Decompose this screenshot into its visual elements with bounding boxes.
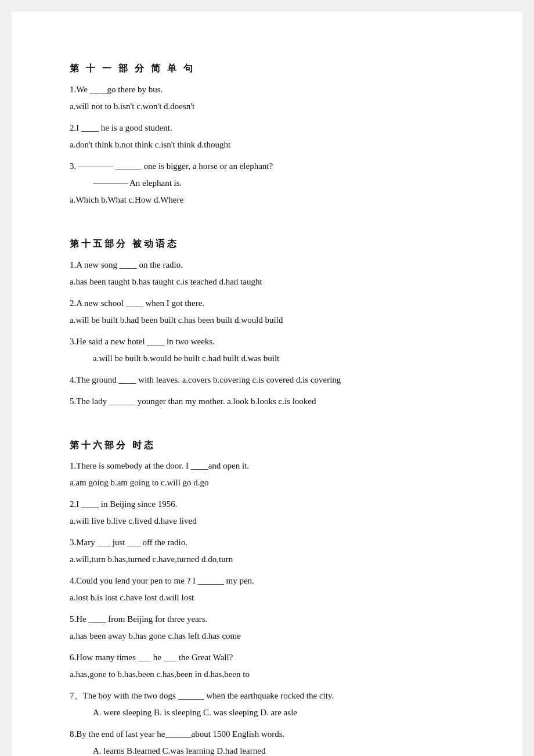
question-11-1: 1.We ____go there by bus. a.will not to … bbox=[70, 82, 464, 114]
question-16-5: 5.He ____ from Beijing for three years. … bbox=[70, 611, 464, 644]
q11-3-options: a.Which b.What c.How d.Where bbox=[70, 192, 464, 208]
section-11-title: 第 十 一 部 分 简 单 句 bbox=[70, 60, 464, 77]
q16-6-options: a.has,gone to b.has,been c.has,been in d… bbox=[70, 667, 464, 682]
q15-4-text: 4.The ground ____ with leaves. a.covers … bbox=[70, 372, 464, 388]
q16-7-text: 7、The boy with the two dogs ______ when … bbox=[70, 688, 464, 704]
q11-3-text: 3. ———— ______ one is bigger, a horse or… bbox=[70, 159, 464, 174]
q16-2-text: 2.I ____ in Beijing since 1956. bbox=[70, 496, 464, 512]
q16-7-options: A. were sleeping B. is sleeping C. was s… bbox=[93, 705, 464, 721]
section-16-title: 第十六部分 时态 bbox=[70, 437, 464, 454]
q15-2-options: a.will be built b.had been built c.has b… bbox=[70, 312, 464, 328]
q16-8-options: A. learns B.learned C.was learning D.had… bbox=[93, 743, 464, 756]
question-15-3: 3.He said a new hotel ____ in two weeks.… bbox=[70, 334, 464, 366]
q15-1-text: 1.A new song ____ on the radio. bbox=[70, 257, 464, 273]
q16-5-options: a.has been away b.has gone c.has left d.… bbox=[70, 628, 464, 644]
question-11-2: 2.I ____ he is a good student. a.don't t… bbox=[70, 120, 464, 153]
question-16-3: 3.Mary ___ just ___ off the radio. a.wil… bbox=[70, 535, 464, 567]
q16-6-text: 6.How many times ___ he ___ the Great Wa… bbox=[70, 650, 464, 665]
q11-1-text: 1.We ____go there by bus. bbox=[70, 82, 464, 98]
question-16-8: 8.By the end of last year he______about … bbox=[70, 726, 464, 756]
q11-2-options: a.don't think b.not think c.isn't think … bbox=[70, 137, 464, 153]
question-15-5: 5.The lady ______ younger than my mother… bbox=[70, 394, 464, 409]
q16-5-text: 5.He ____ from Beijing for three years. bbox=[70, 611, 464, 627]
q15-3-text: 3.He said a new hotel ____ in two weeks. bbox=[70, 334, 464, 350]
question-15-2: 2.A new school ____ when I got there. a.… bbox=[70, 296, 464, 328]
q15-2-text: 2.A new school ____ when I got there. bbox=[70, 296, 464, 311]
question-16-7: 7、The boy with the two dogs ______ when … bbox=[70, 688, 464, 721]
q16-4-options: a.lost b.is lost c.have lost d.will lost bbox=[70, 590, 464, 606]
section-15-title: 第十五部分 被动语态 bbox=[70, 236, 464, 253]
question-11-3: 3. ———— ______ one is bigger, a horse or… bbox=[70, 159, 464, 208]
question-16-1: 1.There is somebody at the door. I ____a… bbox=[70, 458, 464, 491]
question-16-4: 4.Could you lend your pen to me ? I ____… bbox=[70, 573, 464, 606]
q15-1-options: a.has been taught b.has taught c.is teac… bbox=[70, 274, 464, 290]
q16-1-options: a.am going b.am going to c.will go d.go bbox=[70, 475, 464, 491]
q11-1-options: a.will not to b.isn't c.won't d.doesn't bbox=[70, 99, 464, 114]
question-15-1: 1.A new song ____ on the radio. a.has be… bbox=[70, 257, 464, 290]
q16-2-options: a.will live b.live c.lived d.have lived bbox=[70, 513, 464, 529]
q15-3-options: a.will be built b.would be built c.had b… bbox=[93, 351, 464, 366]
question-15-4: 4.The ground ____ with leaves. a.covers … bbox=[70, 372, 464, 388]
page: 第 十 一 部 分 简 单 句 1.We ____go there by bus… bbox=[12, 12, 522, 756]
q16-3-options: a.will,turn b.has,turned c.have,turned d… bbox=[70, 552, 464, 567]
question-16-2: 2.I ____ in Beijing since 1956. a.will l… bbox=[70, 496, 464, 529]
q11-2-text: 2.I ____ he is a good student. bbox=[70, 120, 464, 136]
q16-8-text: 8.By the end of last year he______about … bbox=[70, 726, 464, 742]
q15-5-text: 5.The lady ______ younger than my mother… bbox=[70, 394, 464, 409]
q11-3-sub: ———— An elephant is. bbox=[93, 175, 464, 191]
q16-4-text: 4.Could you lend your pen to me ? I ____… bbox=[70, 573, 464, 589]
question-16-6: 6.How many times ___ he ___ the Great Wa… bbox=[70, 650, 464, 682]
q16-1-text: 1.There is somebody at the door. I ____a… bbox=[70, 458, 464, 474]
q16-3-text: 3.Mary ___ just ___ off the radio. bbox=[70, 535, 464, 550]
